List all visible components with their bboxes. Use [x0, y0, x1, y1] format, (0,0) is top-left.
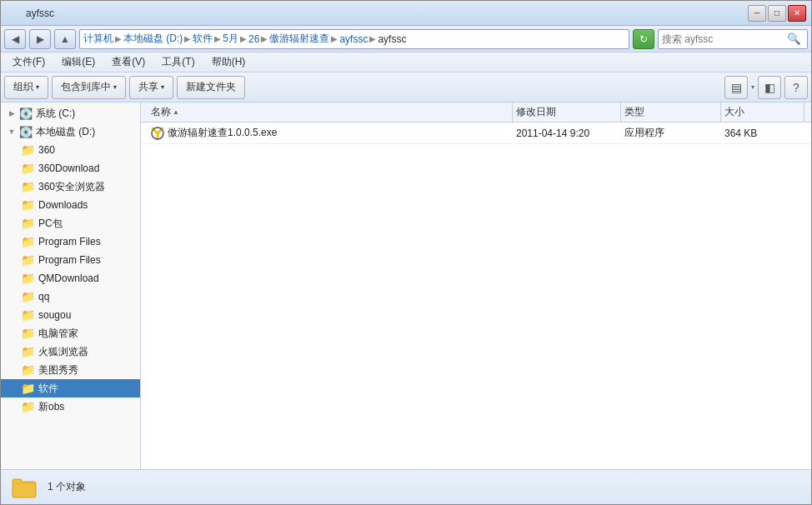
sidebar-item-pclm[interactable]: 📁 电脑管家 [1, 324, 140, 342]
folder-svg-icon [11, 476, 38, 499]
sidebar-item-programfiles2[interactable]: 📁 Program Files [1, 251, 140, 269]
sidebar-label-programfiles1: Program Files [38, 236, 101, 248]
back-button[interactable]: ◀ [4, 29, 26, 49]
sidebar-label-pcbag: PC包 [38, 217, 63, 231]
sidebar: ▶ 💽 系统 (C:) ▼ 💽 本地磁盘 (D:) 📁 360 📁 360Dow… [1, 102, 141, 469]
folder-icon: 📁 [21, 180, 35, 193]
maximize-button[interactable]: □ [768, 5, 786, 22]
breadcrumb-26[interactable]: 26 [248, 33, 259, 45]
main-content: ▶ 💽 系统 (C:) ▼ 💽 本地磁盘 (D:) 📁 360 📁 360Dow… [1, 102, 811, 469]
search-input[interactable] [659, 32, 784, 47]
breadcrumb-ayfssc2[interactable]: ayfssc [378, 33, 406, 45]
sidebar-label-360: 360 [38, 144, 55, 156]
column-header-date[interactable]: 修改日期 [513, 102, 621, 122]
sidebar-label-360download: 360Download [38, 162, 99, 174]
column-header-type[interactable]: 类型 [621, 102, 721, 122]
sidebar-label-software: 软件 [38, 382, 58, 396]
table-row[interactable]: 傲游辐射速查1.0.0.5.exe 2011-04-14 9:20 应用程序 3… [141, 122, 811, 144]
file-area: 名称 ▲ 修改日期 类型 大小 [141, 102, 811, 469]
file-size-cell: 364 KB [721, 128, 804, 139]
sidebar-item-local-d[interactable]: ▼ 💽 本地磁盘 (D:) [1, 122, 140, 141]
share-arrow-icon: ▾ [161, 83, 164, 91]
sidebar-item-pcbag[interactable]: 📁 PC包 [1, 214, 140, 232]
sidebar-item-360[interactable]: 📁 360 [1, 141, 140, 159]
minimize-button[interactable]: ─ [748, 5, 766, 22]
sidebar-item-software[interactable]: 📁 软件 [1, 379, 140, 398]
tree-arrow-icon: ▶ [8, 109, 16, 118]
sidebar-label-qmdownload: QMDownload [38, 272, 99, 284]
drive-d-icon: 💽 [19, 126, 33, 138]
file-type: 应用程序 [624, 127, 664, 138]
status-text: 1 个对象 [48, 480, 86, 494]
title-bar: ayfssc ─ □ ✕ [1, 1, 811, 26]
sidebar-item-firefox[interactable]: 📁 火狐浏览器 [1, 342, 140, 361]
status-bar: 1 个对象 [1, 469, 811, 504]
menu-help[interactable]: 帮助(H) [203, 53, 254, 72]
folder-icon: 📁 [21, 345, 35, 358]
sidebar-item-qq[interactable]: 📁 qq [1, 288, 140, 306]
view-mode-button[interactable]: ▤ [724, 76, 748, 99]
sidebar-item-qmdownload[interactable]: 📁 QMDownload [1, 269, 140, 288]
include-arrow-icon: ▾ [113, 83, 117, 91]
sidebar-item-360browser[interactable]: 📁 360安全浏览器 [1, 178, 140, 196]
share-label: 共享 [138, 80, 158, 94]
sidebar-item-sougou[interactable]: 📁 sougou [1, 306, 140, 324]
breadcrumb[interactable]: 计算机 ▶ 本地磁盘 (D:) ▶ 软件 ▶ 5月 ▶ 26 ▶ 傲游辐射速查 … [79, 29, 629, 49]
folder-icon: 📁 [21, 382, 35, 395]
search-button[interactable]: 🔍 [784, 30, 804, 48]
sidebar-group-drives: ▶ 💽 系统 (C:) ▼ 💽 本地磁盘 (D:) 📁 360 📁 360Dow… [1, 102, 140, 418]
organize-label: 组织 [13, 80, 33, 94]
menu-file[interactable]: 文件(F) [4, 53, 53, 72]
sidebar-item-downloads[interactable]: 📁 Downloads [1, 196, 140, 214]
sidebar-item-newobs[interactable]: 📁 新obs [1, 398, 140, 416]
breadcrumb-ayfssc1[interactable]: ayfssc [339, 33, 368, 45]
refresh-button[interactable]: ↻ [633, 29, 654, 49]
search-bar: 🔍 [658, 29, 808, 49]
include-library-button[interactable]: 包含到库中 ▾ [52, 76, 126, 99]
sidebar-item-meitu[interactable]: 📁 美图秀秀 [1, 361, 140, 379]
breadcrumb-software[interactable]: 软件 [193, 32, 213, 46]
menu-view[interactable]: 查看(V) [103, 53, 153, 72]
breadcrumb-computer[interactable]: 计算机 [83, 32, 113, 46]
menu-tools[interactable]: 工具(T) [153, 53, 203, 72]
file-list: 傲游辐射速查1.0.0.5.exe 2011-04-14 9:20 应用程序 3… [141, 122, 811, 469]
window-controls: ─ □ ✕ [748, 5, 806, 22]
close-button[interactable]: ✕ [788, 5, 806, 22]
folder-icon: 📁 [21, 272, 35, 285]
toolbar-right: ▤ ▾ ◧ ? [724, 76, 808, 99]
sidebar-label-system-c: 系统 (C:) [36, 107, 75, 121]
tree-arrow-expand-icon: ▼ [8, 128, 16, 136]
folder-icon: 📁 [21, 308, 35, 322]
breadcrumb-may[interactable]: 5月 [223, 32, 238, 46]
preview-pane-button[interactable]: ◧ [758, 76, 781, 99]
breadcrumb-main-folder[interactable]: 傲游辐射速查 [269, 32, 329, 46]
forward-button[interactable]: ▶ [29, 29, 51, 49]
folder-icon: 📁 [21, 400, 35, 413]
sort-arrow-icon: ▲ [173, 108, 179, 116]
sidebar-label-programfiles2: Program Files [38, 254, 101, 266]
up-button[interactable]: ▲ [54, 29, 76, 49]
sidebar-item-programfiles1[interactable]: 📁 Program Files [1, 232, 140, 251]
column-header-name[interactable]: 名称 ▲ [148, 102, 513, 122]
drive-icon: 💽 [19, 108, 33, 120]
column-header-size[interactable]: 大小 [721, 102, 804, 122]
new-folder-button[interactable]: 新建文件夹 [177, 76, 245, 99]
status-folder-icon [11, 474, 38, 501]
share-button[interactable]: 共享 ▾ [129, 76, 173, 99]
include-label: 包含到库中 [61, 80, 111, 94]
sidebar-item-system-c[interactable]: ▶ 💽 系统 (C:) [1, 104, 140, 122]
folder-icon: 📁 [21, 162, 35, 175]
new-folder-label: 新建文件夹 [186, 80, 236, 94]
folder-icon: 📁 [21, 235, 35, 248]
folder-icon: 📁 [21, 253, 35, 267]
sidebar-label-firefox: 火狐浏览器 [38, 345, 88, 359]
breadcrumb-drive-d[interactable]: 本地磁盘 (D:) [123, 32, 183, 46]
menu-edit[interactable]: 编辑(E) [53, 53, 103, 72]
folder-icon: 📁 [21, 327, 35, 340]
help-button[interactable]: ? [784, 76, 808, 99]
sidebar-label-meitu: 美图秀秀 [38, 363, 78, 378]
column-type-label: 类型 [624, 105, 644, 119]
organize-button[interactable]: 组织 ▾ [4, 76, 48, 99]
column-size-label: 大小 [724, 105, 744, 119]
sidebar-item-360download[interactable]: 📁 360Download [1, 159, 140, 178]
